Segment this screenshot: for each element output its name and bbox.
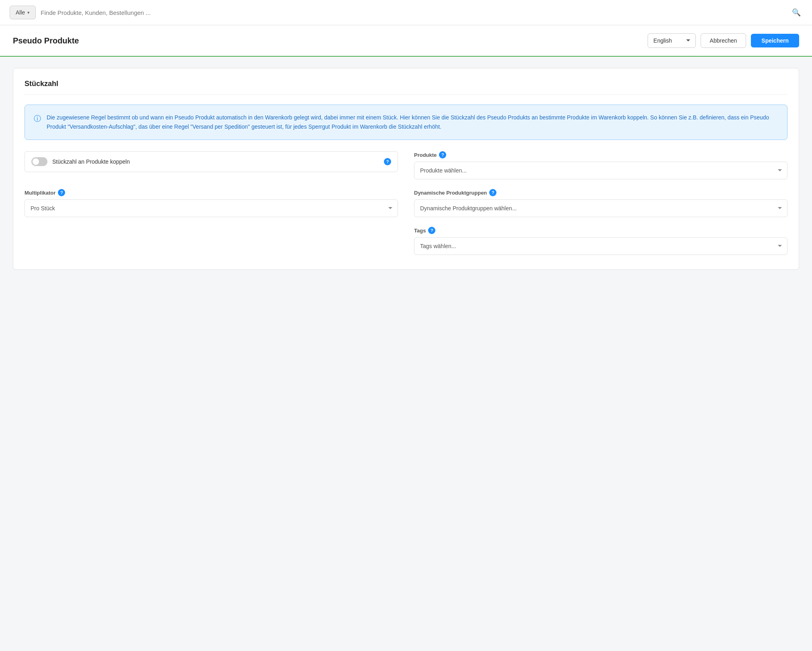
tags-help-icon[interactable]: ? [428,227,435,234]
filter-chevron-icon: ▾ [27,10,30,15]
multiplikator-group: Multiplikator ? Pro Stück Pro Produkt [25,189,398,217]
filter-label: Alle [16,9,25,16]
main-content: Stückzahl ⓘ Die zugewiesene Regel bestim… [0,57,812,281]
toggle-row: Stückzahl an Produkte koppeln ? [25,151,398,172]
cancel-button[interactable]: Abbrechen [701,33,746,48]
produkte-group: Produkte ? Produkte wählen... [414,151,787,179]
dynamische-group: Dynamische Produktgruppen ? Dynamische P… [414,189,787,217]
tags-label: Tags ? [414,227,787,234]
stueckzahl-card: Stückzahl ⓘ Die zugewiesene Regel bestim… [13,68,799,270]
tags-label-text: Tags [414,228,426,234]
dynamische-select[interactable]: Dynamische Produktgruppen wählen... [414,199,787,217]
info-box: ⓘ Die zugewiesene Regel bestimmt ob und … [25,105,787,140]
tags-select[interactable]: Tags wählen... [414,237,787,255]
info-box-text: Die zugewiesene Regel bestimmt ob und wa… [47,113,778,131]
dynamische-label: Dynamische Produktgruppen ? [414,189,787,196]
page-header: Pseudo Produkte English Deutsch Français… [0,25,812,57]
produkte-help-icon[interactable]: ? [439,151,446,158]
language-select[interactable]: English Deutsch Français Español [648,33,696,48]
top-bar: Alle ▾ 🔍 [0,0,812,25]
toggle-label: Stückzahl an Produkte koppeln [52,158,130,165]
search-icon: 🔍 [792,8,801,16]
multiplikator-label-text: Multiplikator [25,190,55,196]
produkte-label: Produkte ? [414,151,787,158]
tags-group: Tags ? Tags wählen... [414,227,787,255]
produkte-label-text: Produkte [414,152,437,158]
page-title: Pseudo Produkte [13,36,79,45]
save-button[interactable]: Speichern [751,34,799,47]
toggle-help-icon[interactable]: ? [384,158,391,165]
search-input[interactable] [41,7,785,18]
dynamische-label-text: Dynamische Produktgruppen [414,190,487,196]
search-button[interactable]: 🔍 [790,6,802,18]
produkte-select[interactable]: Produkte wählen... [414,162,787,179]
search-filter-button[interactable]: Alle ▾ [10,6,36,19]
multiplikator-label: Multiplikator ? [25,189,398,196]
language-select-wrap: English Deutsch Français Español [648,33,696,48]
toggle-slider [31,157,47,166]
multiplikator-select[interactable]: Pro Stück Pro Produkt [25,199,398,217]
form-grid: Stückzahl an Produkte koppeln ? Produkte… [25,151,787,255]
toggle-group: Stückzahl an Produkte koppeln ? [25,151,398,172]
card-title: Stückzahl [25,80,787,95]
info-circle-icon: ⓘ [34,114,41,123]
search-input-wrap [41,7,785,18]
toggle-switch[interactable] [31,157,47,166]
header-actions: English Deutsch Français Español Abbrech… [648,33,799,48]
multiplikator-help-icon[interactable]: ? [58,189,65,196]
dynamische-help-icon[interactable]: ? [489,189,496,196]
